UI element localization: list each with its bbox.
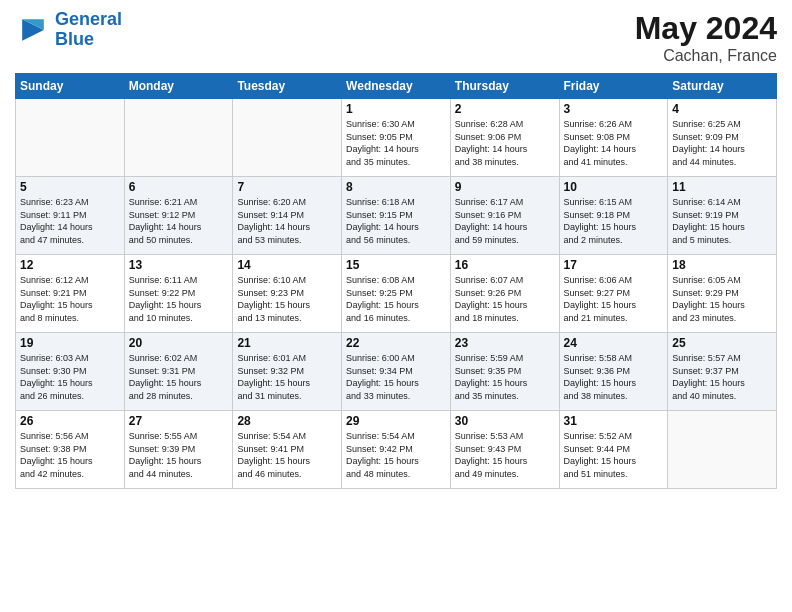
calendar-cell: 12Sunrise: 6:12 AM Sunset: 9:21 PM Dayli… (16, 255, 125, 333)
weekday-saturday: Saturday (668, 74, 777, 99)
weekday-monday: Monday (124, 74, 233, 99)
calendar-week-5: 26Sunrise: 5:56 AM Sunset: 9:38 PM Dayli… (16, 411, 777, 489)
calendar: SundayMondayTuesdayWednesdayThursdayFrid… (15, 73, 777, 489)
header: General Blue May 2024 Cachan, France (15, 10, 777, 65)
day-number: 14 (237, 258, 337, 272)
weekday-friday: Friday (559, 74, 668, 99)
day-info: Sunrise: 6:23 AM Sunset: 9:11 PM Dayligh… (20, 196, 120, 246)
page: General Blue May 2024 Cachan, France Sun… (0, 0, 792, 612)
day-info: Sunrise: 5:56 AM Sunset: 9:38 PM Dayligh… (20, 430, 120, 480)
day-info: Sunrise: 5:54 AM Sunset: 9:42 PM Dayligh… (346, 430, 446, 480)
day-number: 22 (346, 336, 446, 350)
calendar-cell: 4Sunrise: 6:25 AM Sunset: 9:09 PM Daylig… (668, 99, 777, 177)
day-info: Sunrise: 6:25 AM Sunset: 9:09 PM Dayligh… (672, 118, 772, 168)
day-info: Sunrise: 6:11 AM Sunset: 9:22 PM Dayligh… (129, 274, 229, 324)
day-info: Sunrise: 6:05 AM Sunset: 9:29 PM Dayligh… (672, 274, 772, 324)
day-number: 19 (20, 336, 120, 350)
logo: General Blue (15, 10, 122, 50)
calendar-cell: 15Sunrise: 6:08 AM Sunset: 9:25 PM Dayli… (342, 255, 451, 333)
calendar-cell: 18Sunrise: 6:05 AM Sunset: 9:29 PM Dayli… (668, 255, 777, 333)
day-number: 5 (20, 180, 120, 194)
day-info: Sunrise: 6:02 AM Sunset: 9:31 PM Dayligh… (129, 352, 229, 402)
day-info: Sunrise: 6:06 AM Sunset: 9:27 PM Dayligh… (564, 274, 664, 324)
day-info: Sunrise: 6:28 AM Sunset: 9:06 PM Dayligh… (455, 118, 555, 168)
calendar-cell: 22Sunrise: 6:00 AM Sunset: 9:34 PM Dayli… (342, 333, 451, 411)
calendar-cell (16, 99, 125, 177)
logo-general: General (55, 9, 122, 29)
day-info: Sunrise: 6:08 AM Sunset: 9:25 PM Dayligh… (346, 274, 446, 324)
calendar-week-2: 5Sunrise: 6:23 AM Sunset: 9:11 PM Daylig… (16, 177, 777, 255)
weekday-thursday: Thursday (450, 74, 559, 99)
calendar-cell: 29Sunrise: 5:54 AM Sunset: 9:42 PM Dayli… (342, 411, 451, 489)
day-info: Sunrise: 5:57 AM Sunset: 9:37 PM Dayligh… (672, 352, 772, 402)
day-info: Sunrise: 6:14 AM Sunset: 9:19 PM Dayligh… (672, 196, 772, 246)
month-title: May 2024 (635, 10, 777, 47)
calendar-cell: 21Sunrise: 6:01 AM Sunset: 9:32 PM Dayli… (233, 333, 342, 411)
day-info: Sunrise: 6:20 AM Sunset: 9:14 PM Dayligh… (237, 196, 337, 246)
day-number: 31 (564, 414, 664, 428)
calendar-cell: 28Sunrise: 5:54 AM Sunset: 9:41 PM Dayli… (233, 411, 342, 489)
location-title: Cachan, France (635, 47, 777, 65)
calendar-cell: 5Sunrise: 6:23 AM Sunset: 9:11 PM Daylig… (16, 177, 125, 255)
day-info: Sunrise: 5:52 AM Sunset: 9:44 PM Dayligh… (564, 430, 664, 480)
day-number: 20 (129, 336, 229, 350)
day-number: 9 (455, 180, 555, 194)
day-number: 8 (346, 180, 446, 194)
day-number: 15 (346, 258, 446, 272)
calendar-cell: 25Sunrise: 5:57 AM Sunset: 9:37 PM Dayli… (668, 333, 777, 411)
logo-text: General Blue (55, 10, 122, 50)
day-info: Sunrise: 5:59 AM Sunset: 9:35 PM Dayligh… (455, 352, 555, 402)
day-number: 13 (129, 258, 229, 272)
day-number: 18 (672, 258, 772, 272)
day-info: Sunrise: 6:15 AM Sunset: 9:18 PM Dayligh… (564, 196, 664, 246)
title-block: May 2024 Cachan, France (635, 10, 777, 65)
calendar-cell: 30Sunrise: 5:53 AM Sunset: 9:43 PM Dayli… (450, 411, 559, 489)
weekday-wednesday: Wednesday (342, 74, 451, 99)
calendar-cell: 1Sunrise: 6:30 AM Sunset: 9:05 PM Daylig… (342, 99, 451, 177)
day-number: 24 (564, 336, 664, 350)
calendar-cell: 24Sunrise: 5:58 AM Sunset: 9:36 PM Dayli… (559, 333, 668, 411)
day-info: Sunrise: 6:07 AM Sunset: 9:26 PM Dayligh… (455, 274, 555, 324)
day-number: 29 (346, 414, 446, 428)
calendar-cell: 11Sunrise: 6:14 AM Sunset: 9:19 PM Dayli… (668, 177, 777, 255)
calendar-week-1: 1Sunrise: 6:30 AM Sunset: 9:05 PM Daylig… (16, 99, 777, 177)
calendar-cell: 6Sunrise: 6:21 AM Sunset: 9:12 PM Daylig… (124, 177, 233, 255)
calendar-cell: 17Sunrise: 6:06 AM Sunset: 9:27 PM Dayli… (559, 255, 668, 333)
day-number: 11 (672, 180, 772, 194)
calendar-cell: 8Sunrise: 6:18 AM Sunset: 9:15 PM Daylig… (342, 177, 451, 255)
calendar-cell: 3Sunrise: 6:26 AM Sunset: 9:08 PM Daylig… (559, 99, 668, 177)
calendar-cell (124, 99, 233, 177)
day-number: 25 (672, 336, 772, 350)
generalblue-logo-icon (15, 12, 51, 48)
weekday-sunday: Sunday (16, 74, 125, 99)
calendar-cell: 20Sunrise: 6:02 AM Sunset: 9:31 PM Dayli… (124, 333, 233, 411)
logo-blue: Blue (55, 29, 94, 49)
calendar-cell: 27Sunrise: 5:55 AM Sunset: 9:39 PM Dayli… (124, 411, 233, 489)
day-number: 12 (20, 258, 120, 272)
day-info: Sunrise: 6:18 AM Sunset: 9:15 PM Dayligh… (346, 196, 446, 246)
calendar-cell: 9Sunrise: 6:17 AM Sunset: 9:16 PM Daylig… (450, 177, 559, 255)
day-number: 21 (237, 336, 337, 350)
weekday-tuesday: Tuesday (233, 74, 342, 99)
calendar-week-3: 12Sunrise: 6:12 AM Sunset: 9:21 PM Dayli… (16, 255, 777, 333)
day-info: Sunrise: 6:10 AM Sunset: 9:23 PM Dayligh… (237, 274, 337, 324)
day-number: 6 (129, 180, 229, 194)
calendar-cell: 19Sunrise: 6:03 AM Sunset: 9:30 PM Dayli… (16, 333, 125, 411)
calendar-cell: 31Sunrise: 5:52 AM Sunset: 9:44 PM Dayli… (559, 411, 668, 489)
day-info: Sunrise: 6:21 AM Sunset: 9:12 PM Dayligh… (129, 196, 229, 246)
day-number: 17 (564, 258, 664, 272)
day-number: 26 (20, 414, 120, 428)
calendar-cell: 2Sunrise: 6:28 AM Sunset: 9:06 PM Daylig… (450, 99, 559, 177)
day-info: Sunrise: 6:26 AM Sunset: 9:08 PM Dayligh… (564, 118, 664, 168)
calendar-cell: 7Sunrise: 6:20 AM Sunset: 9:14 PM Daylig… (233, 177, 342, 255)
day-number: 2 (455, 102, 555, 116)
day-number: 23 (455, 336, 555, 350)
calendar-cell (668, 411, 777, 489)
calendar-cell: 23Sunrise: 5:59 AM Sunset: 9:35 PM Dayli… (450, 333, 559, 411)
day-number: 27 (129, 414, 229, 428)
day-info: Sunrise: 6:00 AM Sunset: 9:34 PM Dayligh… (346, 352, 446, 402)
day-number: 30 (455, 414, 555, 428)
day-number: 1 (346, 102, 446, 116)
calendar-cell (233, 99, 342, 177)
day-info: Sunrise: 6:01 AM Sunset: 9:32 PM Dayligh… (237, 352, 337, 402)
